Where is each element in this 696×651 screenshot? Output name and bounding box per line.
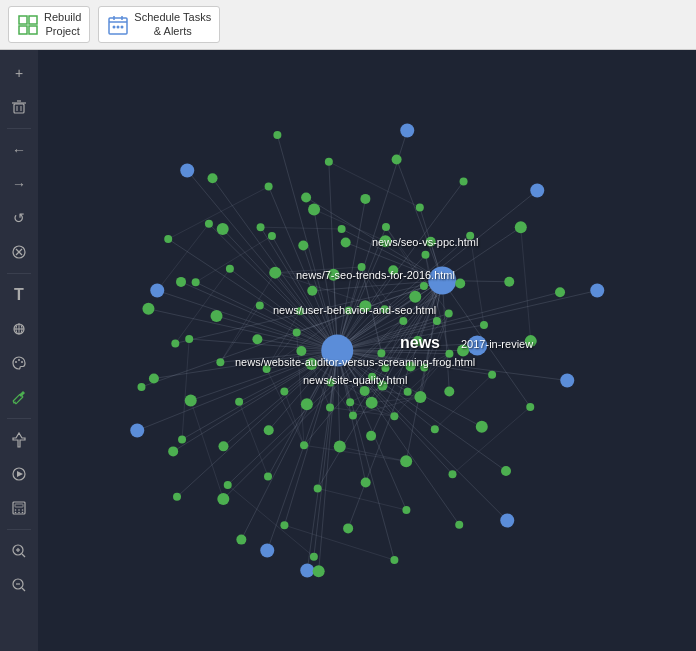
- svg-point-321: [390, 412, 398, 420]
- svg-point-226: [530, 184, 544, 198]
- svg-point-262: [298, 240, 308, 250]
- svg-point-324: [445, 350, 453, 358]
- undo-button[interactable]: ↺: [4, 203, 34, 233]
- svg-point-250: [313, 565, 325, 577]
- svg-point-269: [377, 349, 385, 357]
- svg-point-332: [433, 317, 441, 325]
- svg-point-300: [400, 455, 412, 467]
- svg-point-244: [176, 277, 186, 287]
- divider-3: [7, 418, 31, 419]
- svg-point-263: [280, 521, 288, 529]
- svg-point-307: [296, 346, 306, 356]
- svg-point-337: [406, 362, 416, 372]
- svg-point-275: [327, 269, 339, 281]
- close-circle-button[interactable]: [4, 237, 34, 267]
- svg-point-304: [208, 173, 218, 183]
- svg-line-42: [22, 554, 25, 557]
- svg-point-344: [224, 481, 232, 489]
- graph-area[interactable]: news/seo-vs-ppc.html news/7-seo-trends-f…: [38, 50, 696, 651]
- svg-point-37: [18, 512, 20, 514]
- svg-point-335: [379, 235, 391, 247]
- svg-point-340: [409, 291, 421, 303]
- svg-point-336: [178, 435, 186, 443]
- svg-point-302: [280, 387, 288, 395]
- svg-point-328: [149, 373, 159, 383]
- svg-point-330: [308, 203, 320, 215]
- svg-point-295: [476, 421, 488, 433]
- text-button[interactable]: T: [4, 280, 34, 310]
- forward-button[interactable]: →: [4, 169, 34, 199]
- svg-point-23: [15, 361, 17, 363]
- zoom-in-button[interactable]: [4, 536, 34, 566]
- svg-point-329: [404, 388, 412, 396]
- svg-point-278: [256, 302, 264, 310]
- delete-button[interactable]: [4, 92, 34, 122]
- add-button[interactable]: +: [4, 58, 34, 88]
- svg-point-342: [368, 373, 376, 381]
- svg-point-24: [18, 359, 20, 361]
- svg-point-283: [307, 286, 317, 296]
- svg-point-271: [343, 523, 353, 533]
- edit-button[interactable]: [4, 382, 34, 412]
- palette-button[interactable]: [4, 348, 34, 378]
- svg-point-311: [480, 321, 488, 329]
- svg-point-286: [252, 334, 262, 344]
- svg-point-256: [413, 336, 423, 346]
- divider-4: [7, 529, 31, 530]
- svg-point-222: [321, 335, 353, 367]
- svg-point-254: [338, 225, 346, 233]
- svg-point-240: [414, 391, 426, 403]
- svg-point-243: [445, 309, 453, 317]
- svg-point-285: [515, 221, 527, 233]
- svg-point-264: [399, 317, 407, 325]
- svg-point-301: [392, 154, 402, 164]
- svg-point-35: [22, 509, 24, 511]
- svg-point-326: [346, 398, 354, 406]
- svg-point-306: [466, 232, 474, 240]
- svg-point-25: [21, 361, 23, 363]
- svg-point-33: [15, 509, 17, 511]
- pin-button[interactable]: [4, 425, 34, 455]
- main-area: + ← → ↺ T: [0, 50, 696, 651]
- svg-point-36: [15, 512, 17, 514]
- svg-point-290: [525, 335, 537, 347]
- svg-point-233: [590, 284, 604, 298]
- component-button[interactable]: [4, 314, 34, 344]
- svg-point-267: [358, 263, 366, 271]
- svg-point-277: [555, 287, 565, 297]
- svg-point-297: [300, 441, 308, 449]
- rebuild-project-button[interactable]: RebuildProject: [8, 6, 90, 42]
- svg-point-292: [361, 477, 371, 487]
- svg-point-260: [185, 394, 197, 406]
- play-button[interactable]: [4, 459, 34, 489]
- svg-point-272: [381, 305, 389, 313]
- zoom-out-button[interactable]: [4, 570, 34, 600]
- svg-point-8: [113, 25, 116, 28]
- svg-point-255: [217, 493, 229, 505]
- svg-point-308: [431, 425, 439, 433]
- svg-point-234: [300, 564, 314, 578]
- schedule-icon: [107, 14, 129, 36]
- back-button[interactable]: ←: [4, 135, 34, 165]
- svg-point-228: [500, 514, 514, 528]
- svg-rect-32: [15, 504, 23, 507]
- svg-point-258: [390, 556, 398, 564]
- rebuild-label: RebuildProject: [44, 11, 81, 37]
- schedule-tasks-button[interactable]: Schedule Tasks& Alerts: [98, 6, 220, 42]
- svg-point-10: [121, 25, 124, 28]
- graph-svg: [38, 50, 696, 651]
- svg-point-265: [211, 310, 223, 322]
- svg-point-257: [226, 265, 234, 273]
- svg-point-309: [325, 158, 333, 166]
- svg-point-281: [235, 398, 243, 406]
- svg-point-247: [168, 446, 178, 456]
- svg-point-268: [218, 441, 228, 451]
- toolbar: RebuildProject Schedule Tasks& Alerts: [0, 0, 696, 50]
- svg-point-288: [345, 306, 353, 314]
- svg-point-325: [217, 223, 229, 235]
- svg-point-322: [360, 194, 370, 204]
- svg-point-241: [301, 192, 311, 202]
- svg-point-313: [366, 431, 376, 441]
- svg-point-334: [360, 386, 370, 396]
- calculator-button[interactable]: [4, 493, 34, 523]
